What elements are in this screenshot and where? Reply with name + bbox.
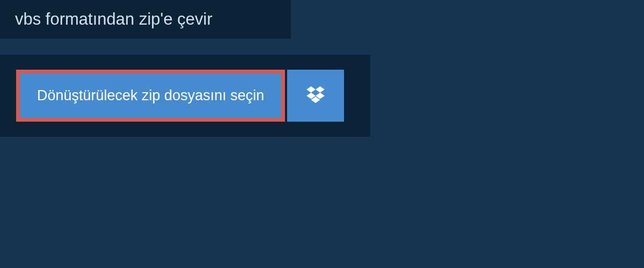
dropbox-button[interactable] [287,70,344,122]
upload-panel: Dönüştürülecek zip dosyasını seçin [0,55,370,137]
page-title: vbs formatından zip'e çevir [15,10,213,28]
select-file-button-label: Dönüştürülecek zip dosyasını seçin [37,87,264,104]
select-file-button[interactable]: Dönüştürülecek zip dosyasını seçin [16,70,285,122]
dropbox-icon [306,86,325,106]
header-tab: vbs formatından zip'e çevir [0,0,291,39]
button-group: Dönüştürülecek zip dosyasını seçin [16,70,354,122]
